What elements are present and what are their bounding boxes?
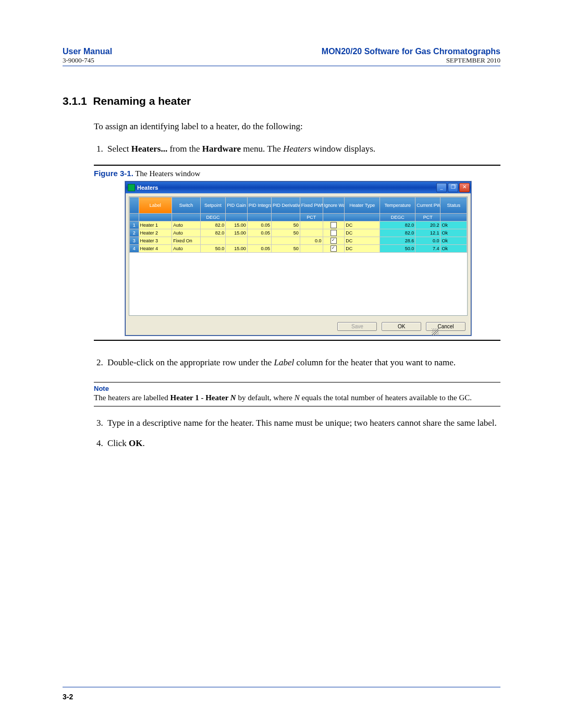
col-fixed-pwm[interactable]: Fixed PWM Output xyxy=(300,198,323,214)
table-row[interactable]: 1Heater 1Auto82.015.000.0550DC82.020.2Ok xyxy=(130,221,467,229)
footer-rule xyxy=(63,687,500,687)
header-rule xyxy=(63,66,500,66)
button-row: Save OK Cancel xyxy=(126,319,471,335)
col-status[interactable]: Status xyxy=(440,198,467,214)
note-rule-bottom xyxy=(94,406,500,406)
col-heater-type[interactable]: Heater Type xyxy=(345,198,380,214)
intro-text: To assign an identifying label to a heat… xyxy=(94,120,500,133)
col-pid-integral[interactable]: PID Integral xyxy=(247,198,271,214)
maximize-button[interactable]: ❐ xyxy=(448,183,458,192)
heaters-window: Heaters _ ❐ ✕ Label Switch xyxy=(125,181,471,336)
section-number: 3.1.1 xyxy=(63,95,87,107)
header-right-title: MON20/20 Software for Gas Chromatographs xyxy=(322,47,500,56)
step-4: Click OK. xyxy=(105,437,500,450)
app-icon xyxy=(128,184,135,191)
note-label: Note xyxy=(94,385,500,392)
table-row[interactable]: 3Heater 3Fixed On0.0✓DC28.60.0Ok xyxy=(130,237,467,245)
figure-caption: Figure 3-1. The Heaters window xyxy=(94,169,500,178)
resize-grip[interactable] xyxy=(432,328,439,336)
header-left-sub: 3-9000-745 xyxy=(63,56,112,65)
figure-number: Figure 3-1. xyxy=(94,169,133,178)
section-title: Renaming a heater xyxy=(93,95,191,107)
page-header: User Manual 3-9000-745 MON20/20 Software… xyxy=(63,47,500,65)
header-right-sub: SEPTEMBER 2010 xyxy=(322,56,500,65)
table-row[interactable]: 2Heater 2Auto82.015.000.0550DC82.012.1Ok xyxy=(130,229,467,237)
page-number: 3-2 xyxy=(63,693,73,701)
minimize-button[interactable]: _ xyxy=(436,183,447,192)
col-setpoint[interactable]: Setpoint xyxy=(200,198,225,214)
col-current-pwm[interactable]: Current PWM xyxy=(415,198,440,214)
col-switch[interactable]: Switch xyxy=(172,198,201,214)
window-title: Heaters xyxy=(137,184,436,191)
col-pid-gain[interactable]: PID Gain xyxy=(226,198,248,214)
titlebar[interactable]: Heaters _ ❐ ✕ xyxy=(126,182,471,193)
col-ignore-warm[interactable]: Ignore Warm Start xyxy=(323,198,345,214)
heaters-grid[interactable]: Label Switch Setpoint PID Gain PID Integ… xyxy=(129,196,468,316)
col-temperature[interactable]: Temperature xyxy=(380,198,415,214)
figure-rule-bottom xyxy=(94,340,500,341)
save-button[interactable]: Save xyxy=(337,322,377,331)
col-label[interactable]: Label xyxy=(139,198,172,214)
header-row: Label Switch Setpoint PID Gain PID Integ… xyxy=(130,198,467,214)
close-button[interactable]: ✕ xyxy=(459,183,470,192)
ok-button[interactable]: OK xyxy=(382,322,421,331)
section-heading: 3.1.1 Renaming a heater xyxy=(63,95,500,107)
figure-title: The Heaters window xyxy=(133,169,200,178)
note-body: The heaters are labelled Heater 1 - Heat… xyxy=(94,392,500,403)
grid-empty-area xyxy=(129,253,467,315)
step-1: Select Heaters... from the Hardware menu… xyxy=(105,143,500,156)
header-left-title: User Manual xyxy=(63,47,112,56)
col-pid-derivative[interactable]: PID Derivative xyxy=(271,198,300,214)
step-2: Double-click on the appropriate row unde… xyxy=(105,356,500,369)
units-row: DEGCPCTDEGCPCT xyxy=(130,214,467,221)
step-3: Type in a descriptive name for the heate… xyxy=(105,417,500,430)
figure-rule-top xyxy=(94,165,500,166)
table-row[interactable]: 4Heater 4Auto50.015.000.0550✓DC50.07.4Ok xyxy=(130,245,467,253)
note-rule-top xyxy=(94,382,500,382)
col-corner[interactable] xyxy=(130,198,139,214)
